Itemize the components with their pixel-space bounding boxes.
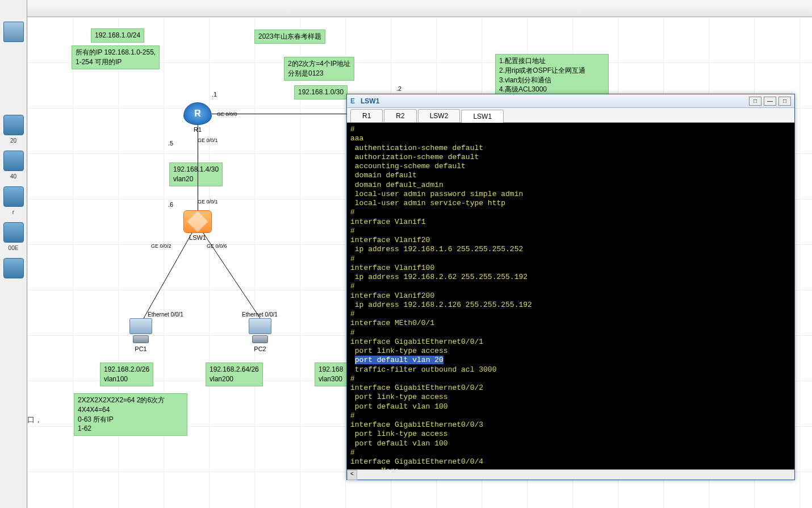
term-lines-after: traffic-filter outbound acl 3000 # inter… xyxy=(350,365,496,470)
device-label-pc1: PC1 xyxy=(127,345,155,352)
label-ip-r2-top: .2 xyxy=(396,85,401,92)
palette-device-0[interactable] xyxy=(3,22,24,42)
note-pc1-net[interactable]: 192.168.2.0/26 vlan100 xyxy=(100,363,153,386)
tab-lsw1[interactable]: LSW1 xyxy=(461,110,504,123)
device-palette-sidebar: 20 40 r 00E xyxy=(0,0,27,508)
tab-r1[interactable]: R1 xyxy=(350,109,383,122)
maximize-button[interactable]: □ xyxy=(778,97,791,106)
device-lsw1[interactable]: LSW1 xyxy=(183,210,212,241)
label-r1-ge001: GE 0/0/1 xyxy=(198,138,218,143)
note-calc[interactable]: 2X2X2X2X2X2=64 2的6次方 4X4X4=64 0-63 所有IP … xyxy=(74,393,187,436)
minimize-button[interactable]: — xyxy=(764,97,776,106)
label-lsw1-ge006: GE 0/0/6 xyxy=(207,243,227,249)
term-selection: port default vlan 20 xyxy=(355,356,443,364)
app-icon: E xyxy=(350,97,358,105)
note-link-r1lsw1[interactable]: 192.168.1.4/30 vlan20 xyxy=(169,163,223,186)
palette-device-2[interactable] xyxy=(3,151,24,171)
tab-lsw2[interactable]: LSW2 xyxy=(418,109,461,122)
terminal-scrollbar[interactable]: < xyxy=(347,469,794,480)
device-label-lsw1: LSW1 xyxy=(183,234,212,241)
pc-icon xyxy=(246,318,274,344)
device-label-r1: R1 xyxy=(183,126,212,133)
term-lines-before: # aaa authentication-scheme default auth… xyxy=(350,125,532,364)
terminal-output[interactable]: # aaa authentication-scheme default auth… xyxy=(347,123,794,469)
label-ip-lsw1-up: .6 xyxy=(168,201,173,208)
palette-device-5[interactable] xyxy=(3,258,24,278)
router-icon xyxy=(183,102,212,125)
terminal-title: LSW1 xyxy=(361,97,749,105)
note-link-r1r2[interactable]: 192.168.1.0/30 xyxy=(294,85,348,99)
label-ip-r1-down: .5 xyxy=(168,140,173,147)
label-pc2-eth: Ethernet 0/0/1 xyxy=(242,311,278,318)
scroll-left-button[interactable]: < xyxy=(347,470,357,480)
main-toolbar xyxy=(27,0,812,17)
palette-device-1[interactable] xyxy=(3,115,24,135)
palette-label-4: 00E xyxy=(0,245,27,251)
terminal-window[interactable]: E LSW1 □ — □ R1 R2 LSW2 LSW1 # aaa authe… xyxy=(346,94,795,480)
device-r1[interactable]: R1 xyxy=(183,102,212,133)
tab-r2[interactable]: R2 xyxy=(384,109,416,122)
note-title[interactable]: 2023年山东春考样题 xyxy=(254,30,325,44)
label-r1-ge000: GE 0/0/0 xyxy=(217,111,237,117)
palette-label-3: r xyxy=(0,209,27,215)
note-subnet-main[interactable]: 192.168.1.0/24 xyxy=(91,28,144,43)
note-pc3-net[interactable]: 192.168 vlan300 xyxy=(315,363,347,386)
switch-icon xyxy=(183,210,212,233)
palette-label-1: 20 xyxy=(0,138,27,144)
device-label-pc2: PC2 xyxy=(246,345,274,352)
label-pc1-eth: Ethernet 0/0/1 xyxy=(148,311,183,318)
label-lsw1-ge002: GE 0/0/2 xyxy=(151,243,171,249)
terminal-tabs: R1 R2 LSW2 LSW1 xyxy=(347,108,794,123)
palette-device-3[interactable] xyxy=(3,186,24,207)
label-ip-r1-top: .1 xyxy=(212,91,217,98)
note-pc2-net[interactable]: 192.168.2.64/26 vlan200 xyxy=(206,363,263,386)
window-extra-button[interactable]: □ xyxy=(749,97,761,106)
palette-label-2: 40 xyxy=(0,173,27,180)
note-ip-range[interactable]: 所有的IP 192.168.1.0-255, 1-254 可用的IP xyxy=(72,45,160,69)
device-pc1[interactable]: PC1 xyxy=(127,318,155,352)
note-power[interactable]: 2的2次方=4个IP地址 分别是0123 xyxy=(284,57,354,81)
device-pc2[interactable]: PC2 xyxy=(246,318,274,352)
terminal-titlebar[interactable]: E LSW1 □ — □ xyxy=(347,94,794,108)
palette-device-4[interactable] xyxy=(3,222,24,243)
pc-icon xyxy=(127,318,155,344)
label-lsw1-ge001: GE 0/0/1 xyxy=(198,199,218,205)
bottom-info-text: 口， xyxy=(27,415,42,425)
